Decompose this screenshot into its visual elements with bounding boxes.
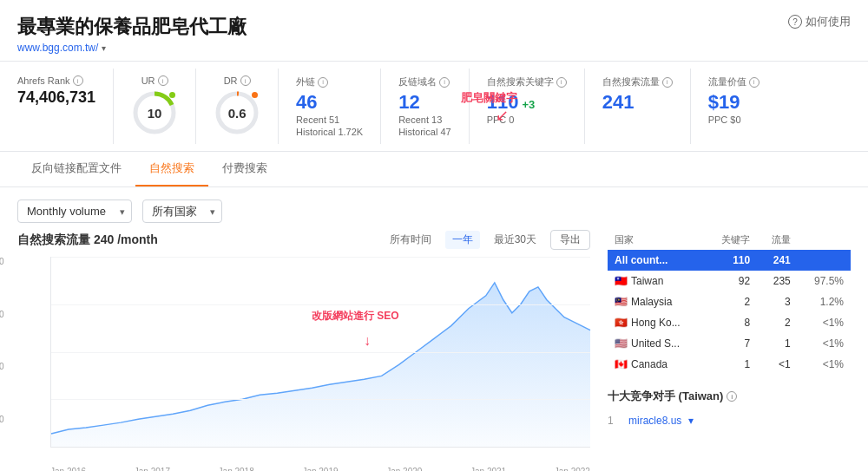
chart-section: 自然搜索流量 240 /month 所有时间 一年 最近30天 导出 400 3…	[17, 230, 590, 471]
controls-row: Monthly volume 所有国家	[0, 187, 868, 230]
country-select-wrapper: 所有国家	[142, 200, 222, 223]
ahrefs-rank-value: 74,406,731	[17, 89, 95, 107]
organic-traffic-info-icon[interactable]: i	[662, 77, 673, 88]
site-info: 最專業的保養品肥皂代工廠 www.bgg.com.tw/ ▾	[17, 14, 247, 54]
country-cell: 🇲🇾Malaysia	[608, 291, 705, 312]
country-select[interactable]: 所有国家	[142, 200, 222, 223]
annotation-feizao: 肥皂關鍵字	[461, 90, 517, 106]
traffic-value-info-icon[interactable]: i	[749, 77, 760, 88]
traffic-value-value: $19	[708, 92, 760, 113]
competitors-info-icon[interactable]: i	[727, 391, 737, 402]
ref-domains-value: 12	[398, 92, 451, 113]
country-table: 国家 关键字 流量 All count...110241🇹🇼Taiwan9223…	[608, 230, 851, 375]
metric-organic-traffic: 自然搜索流量 i 241	[585, 69, 691, 144]
backlinks-value: 46	[296, 92, 363, 113]
grid-line-3	[51, 352, 590, 353]
competitors-title: 十大竞争对手 (Taiwan) i	[608, 389, 851, 404]
metric-traffic-value: 流量价值 i $19 PPC $0	[691, 69, 777, 144]
competitors-section: 十大竞争对手 (Taiwan) i 1 miracle8.us ▾	[608, 389, 851, 430]
time-year[interactable]: 一年	[445, 231, 480, 249]
annotation-feizao-arrow: ↙	[496, 106, 509, 125]
time-30d[interactable]: 最近30天	[487, 231, 543, 249]
dr-value: 0.6	[228, 106, 247, 121]
ur-gauge: 10	[131, 89, 178, 136]
country-row-2: 🇲🇾Malaysia231.2%	[608, 291, 851, 312]
competitor-num-1: 1	[608, 415, 621, 427]
chart-title: 自然搜索流量 240 /month	[17, 232, 158, 248]
chart-wrapper: 400 300 200 100 0	[17, 257, 590, 471]
country-row-0[interactable]: All count...110241	[608, 250, 851, 271]
metric-ref-domains: 反链域名 i 12 Recent 13 Historical 47	[381, 69, 470, 144]
chart-area: 改版網站進行 SEO ↓	[50, 257, 590, 448]
export-button[interactable]: 导出	[550, 230, 590, 250]
metric-ur: UR i 10	[114, 69, 196, 144]
competitor-row-1: 1 miracle8.us ▾	[608, 411, 851, 430]
tab-paid[interactable]: 付费搜索	[208, 152, 281, 186]
organic-keywords-info-icon[interactable]: i	[556, 77, 567, 88]
backlinks-info-icon[interactable]: i	[318, 77, 328, 88]
metric-organic-keywords: 自然搜索关键字 i 110 +3 PPC 0 肥皂關鍵字 ↙	[470, 69, 585, 144]
country-cell: 🇭🇰Hong Ko...	[608, 312, 705, 333]
metrics-bar: Ahrefs Rank i 74,406,731 UR i 10 DR i	[0, 61, 868, 152]
country-cell: 🇹🇼Taiwan	[608, 271, 705, 291]
annotation-seo: 改版網站進行 SEO	[312, 309, 399, 324]
competitor-dropdown-1[interactable]: ▾	[688, 415, 694, 427]
dr-info-icon[interactable]: i	[240, 75, 251, 86]
chart-header: 自然搜索流量 240 /month 所有时间 一年 最近30天 导出	[17, 230, 590, 250]
annotation-seo-arrow: ↓	[364, 333, 371, 349]
country-row-3: 🇭🇰Hong Ko...82<1%	[608, 312, 851, 333]
question-icon: ?	[788, 15, 802, 29]
ahrefs-rank-info-icon[interactable]: i	[73, 75, 83, 86]
site-url[interactable]: www.bgg.com.tw/ ▾	[17, 42, 247, 54]
chart-y-labels: 400 300 200 100 0	[0, 257, 4, 471]
volume-select[interactable]: Monthly volume	[17, 200, 132, 223]
ref-domains-info-icon[interactable]: i	[439, 77, 450, 88]
volume-select-wrapper: Monthly volume	[17, 200, 132, 223]
ur-value: 10	[148, 106, 162, 121]
chart-area-fill	[51, 283, 590, 447]
help-link[interactable]: ? 如何使用	[788, 14, 851, 29]
tab-backlinks[interactable]: 反向链接配置文件	[17, 152, 135, 186]
grid-line-2	[51, 304, 590, 305]
chart-x-labels: Jan 2016 Jan 2017 Jan 2018 Jan 2019 Jan …	[50, 465, 590, 471]
country-cell: 🇺🇸United S...	[608, 333, 705, 354]
country-row-4: 🇺🇸United S...71<1%	[608, 333, 851, 354]
country-row-1: 🇹🇼Taiwan9223597.5%	[608, 271, 851, 291]
col-country: 国家	[608, 230, 705, 250]
tabs-bar: 反向链接配置文件 自然搜索 付费搜索	[0, 152, 868, 187]
metric-dr: DR i 0.6	[196, 69, 279, 144]
col-pct	[798, 230, 851, 250]
metric-backlinks: 外链 i 46 Recent 51 Historical 1.72K	[279, 69, 381, 144]
grid-line-4	[51, 399, 590, 400]
country-cell: 🇨🇦Canada	[608, 354, 705, 375]
time-controls: 所有时间 一年 最近30天 导出	[383, 230, 590, 250]
organic-traffic-value: 241	[602, 92, 673, 113]
col-traffic: 流量	[757, 230, 798, 250]
time-all[interactable]: 所有时间	[383, 231, 438, 249]
ur-info-icon[interactable]: i	[158, 75, 168, 86]
organic-keywords-badge: +3	[522, 98, 535, 111]
metric-ahrefs-rank: Ahrefs Rank i 74,406,731	[17, 69, 114, 144]
country-cell: All count...	[608, 250, 705, 271]
competitor-link-1[interactable]: miracle8.us	[628, 415, 681, 427]
top-bar: 最專業的保養品肥皂代工廠 www.bgg.com.tw/ ▾ ? 如何使用	[0, 0, 868, 61]
right-panel: 国家 关键字 流量 All count...110241🇹🇼Taiwan9223…	[608, 230, 851, 471]
country-table-header: 国家 关键字 流量	[608, 230, 851, 250]
grid-line-1	[51, 257, 590, 258]
site-title: 最專業的保養品肥皂代工廠	[17, 14, 247, 40]
tab-organic[interactable]: 自然搜索	[135, 152, 208, 186]
country-row-5: 🇨🇦Canada1<1<1%	[608, 354, 851, 375]
dr-gauge: 0.6	[214, 89, 260, 136]
col-keywords: 关键字	[705, 230, 757, 250]
main-content: 自然搜索流量 240 /month 所有时间 一年 最近30天 导出 400 3…	[0, 230, 868, 471]
